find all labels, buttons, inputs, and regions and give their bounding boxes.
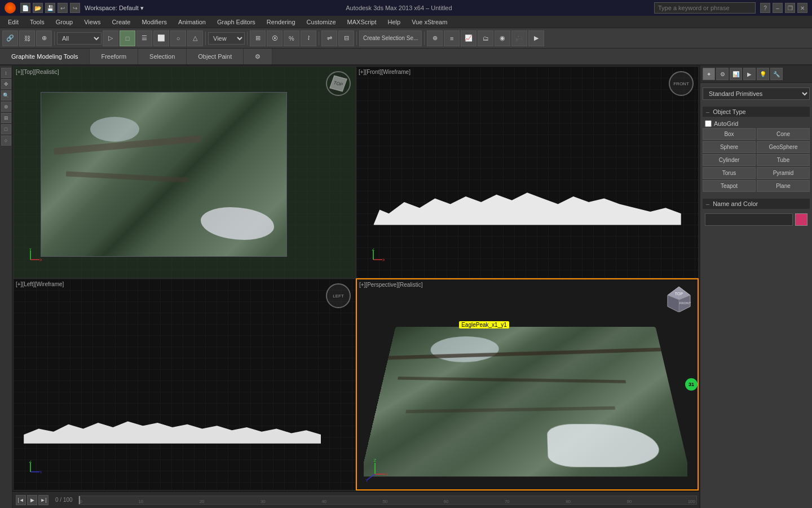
restore-button[interactable]: ❐ [785, 3, 795, 13]
redo-icon[interactable]: ↪ [70, 3, 80, 13]
view-dropdown[interactable]: View Screen World Local [208, 32, 245, 45]
timeline-prev-btn[interactable]: |◄ [16, 495, 26, 505]
standard-primitives-dropdown[interactable]: Standard Primitives Extended Primitives … [703, 87, 810, 100]
create-panel-btn[interactable]: ✦ [703, 68, 715, 80]
cylinder-btn[interactable]: Cylinder [703, 154, 756, 166]
create-sel-btn[interactable]: Create Selection Se... [359, 30, 422, 46]
ribbon-tab-object-paint[interactable]: Object Paint [187, 49, 244, 64]
menu-group[interactable]: Group [50, 16, 79, 28]
spinner-snap-btn[interactable]: ⥌ [301, 30, 316, 46]
viewport-left-nav[interactable]: LEFT [326, 283, 351, 308]
quick-render-btn[interactable]: ▶ [528, 30, 544, 46]
viewport-left[interactable]: [+][Left][Wireframe] LEFT Y Z [13, 278, 356, 491]
angle-snap-btn[interactable]: ⦿ [267, 30, 283, 46]
axis-indicator-left: Y Z [19, 461, 42, 484]
viewport-top[interactable]: [+][Top][Realistic] TOP [13, 66, 356, 278]
schematic-view-btn[interactable]: 🗂 [478, 30, 493, 46]
object-name-input[interactable] [705, 213, 793, 226]
fence-select-btn[interactable]: △ [187, 30, 203, 46]
menu-customize[interactable]: Customize [301, 16, 342, 28]
ribbon-tab-graphite[interactable]: Graphite Modeling Tools [0, 49, 90, 64]
menu-animation[interactable]: Animation [173, 16, 211, 28]
selection-tab-label: Selection [149, 53, 175, 60]
save-icon[interactable]: 💾 [45, 3, 55, 13]
layer-manager-btn[interactable]: ⊕ [427, 30, 443, 46]
menu-tools[interactable]: Tools [24, 16, 50, 28]
menu-vue-xstream[interactable]: Vue xStream [406, 16, 453, 28]
viewport-perspective[interactable]: [+][Perspective][Realistic] Eagl [356, 278, 699, 491]
name-color-header[interactable]: – Name and Color [703, 199, 810, 209]
menu-graph-editors[interactable]: Graph Editors [211, 16, 261, 28]
new-icon[interactable]: 📄 [20, 3, 30, 13]
select-region-btn[interactable]: □ [120, 30, 135, 46]
zoom-btn[interactable]: 🔍 [1, 90, 11, 100]
mirror-btn[interactable]: ⇌ [321, 30, 337, 46]
zoom-extents-btn[interactable]: ⊞ [1, 113, 11, 123]
ribbon-tab-settings[interactable]: ⚙ [244, 49, 272, 64]
minimize-button[interactable]: – [773, 3, 783, 13]
undo-icon[interactable]: ↩ [58, 3, 68, 13]
utilities-panel-btn[interactable]: 🔧 [770, 68, 783, 80]
region-zoom-btn[interactable]: □ [1, 124, 11, 134]
viewport-top-nav[interactable]: TOP [326, 71, 351, 96]
collapse-object-type-icon: – [706, 108, 709, 115]
timeline-bar[interactable]: 0 10 20 30 40 50 60 70 80 90 100 [78, 496, 697, 505]
color-swatch-btn[interactable] [795, 213, 807, 226]
help-icon[interactable]: ? [760, 3, 770, 13]
menu-modifiers[interactable]: Modifiers [136, 16, 173, 28]
viewport-front[interactable]: [+][Front][Wireframe] FRONT X Z [356, 66, 699, 278]
object-type-header[interactable]: – Object Type [703, 107, 810, 117]
snap-toggle-btn[interactable]: ⊞ [250, 30, 266, 46]
curve-editor-btn[interactable]: 📈 [461, 30, 476, 46]
front-nav-label: FRONT [673, 81, 689, 86]
menu-help[interactable]: Help [382, 16, 407, 28]
teapot-btn[interactable]: Teapot [703, 180, 756, 192]
torus-btn[interactable]: Torus [703, 167, 756, 179]
sphere-btn[interactable]: Sphere [703, 141, 756, 153]
menu-rendering[interactable]: Rendering [261, 16, 301, 28]
timeline-play-btn[interactable]: ▶ [27, 495, 37, 505]
ribbon-tab-selection[interactable]: Selection [138, 49, 187, 64]
bind-space-warp-btn[interactable]: ⊕ [36, 30, 52, 46]
select-obj-btn[interactable]: ▷ [103, 30, 118, 46]
select-link-btn[interactable]: 🔗 [2, 30, 18, 46]
modify-panel-btn[interactable]: ⚙ [716, 68, 729, 80]
zoom-all-btn[interactable]: ⊕ [1, 102, 11, 112]
cone-btn[interactable]: Cone [757, 128, 810, 140]
open-icon[interactable]: 📂 [33, 3, 43, 13]
move-gizmo-btn[interactable]: ↕ [1, 68, 11, 78]
unlink-btn[interactable]: ⛓ [19, 30, 35, 46]
hierarchy-panel-btn[interactable]: 📊 [730, 68, 742, 80]
ribbon-tab-freeform[interactable]: Freeform [90, 49, 138, 64]
ribbon-btn[interactable]: ≡ [444, 30, 460, 46]
orbit-btn[interactable]: ○ [1, 135, 11, 146]
timeline-next-btn[interactable]: ►| [38, 495, 48, 505]
display-panel-btn[interactable]: 💡 [757, 68, 769, 80]
motion-panel-btn[interactable]: ▶ [743, 68, 756, 80]
pan-btn[interactable]: ✥ [1, 79, 11, 89]
tube-btn[interactable]: Tube [757, 154, 810, 166]
filter-dropdown[interactable]: All Geometry Shapes Lights Cameras [57, 32, 102, 45]
percent-snap-btn[interactable]: % [284, 30, 299, 46]
material-editor-btn[interactable]: ◉ [495, 30, 510, 46]
viewport-perspective-nav[interactable]: TOP FRONT [665, 284, 693, 312]
render-setup-btn[interactable]: 🎥 [511, 30, 527, 46]
box-btn[interactable]: Box [703, 128, 756, 140]
frame-info: 0 / 100 [52, 497, 76, 503]
menu-create[interactable]: Create [106, 16, 136, 28]
timeline-controls: |◄ ▶ ►| [12, 495, 52, 505]
pyramid-btn[interactable]: Pyramid [757, 167, 810, 179]
menu-edit[interactable]: Edit [2, 16, 24, 28]
align-btn[interactable]: ⊟ [338, 30, 354, 46]
menu-maxscript[interactable]: MAXScript [342, 16, 382, 28]
rect-select-btn[interactable]: ⬜ [153, 30, 169, 46]
circle-select-btn[interactable]: ○ [170, 30, 186, 46]
menu-views[interactable]: Views [78, 16, 106, 28]
plane-btn[interactable]: Plane [757, 180, 810, 192]
autogrid-checkbox[interactable] [705, 120, 712, 127]
search-input[interactable] [654, 2, 756, 14]
select-by-name-btn[interactable]: ☰ [136, 30, 152, 46]
close-button[interactable]: ✕ [797, 3, 807, 13]
geosphere-btn[interactable]: GeoSphere [757, 141, 810, 153]
viewport-front-nav[interactable]: FRONT [669, 71, 694, 96]
